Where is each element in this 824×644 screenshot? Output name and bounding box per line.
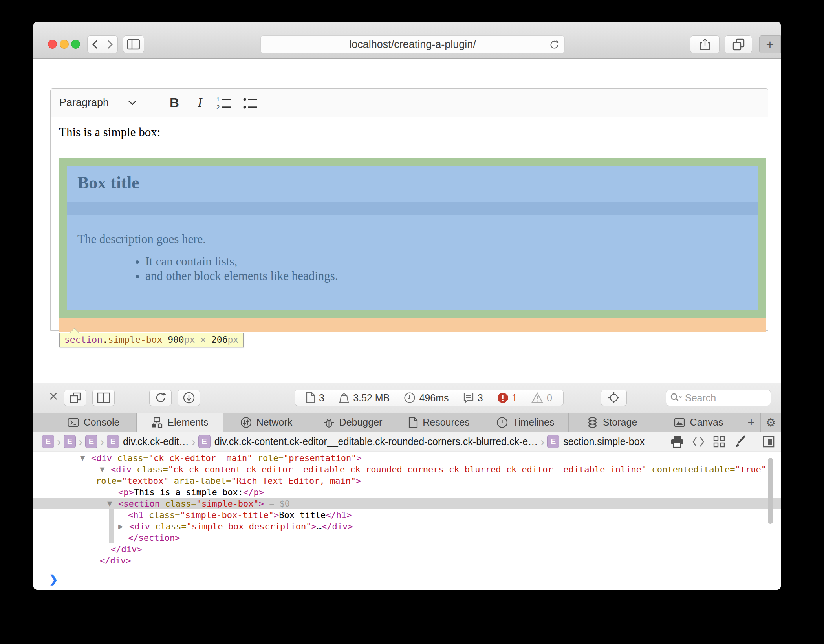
tab-console[interactable]: Console (50, 413, 136, 432)
simple-box-description-area[interactable]: The description goes here. It can contai… (67, 215, 758, 310)
close-inspector-button[interactable] (48, 390, 59, 402)
disclosure-open-icon[interactable]: ▼ (107, 498, 112, 509)
numbered-list-button[interactable]: 1 2 (216, 89, 232, 117)
split-view-button[interactable] (92, 390, 115, 406)
tab-canvas[interactable]: Canvas (655, 413, 741, 432)
quick-console[interactable]: ❯ (33, 569, 781, 590)
bulleted-list-button[interactable] (242, 89, 258, 117)
toggle-details-sidebar-button[interactable] (762, 435, 775, 448)
sidebar-panel-icon (762, 435, 775, 448)
reload-button[interactable] (149, 390, 172, 406)
element-picker-button[interactable] (601, 390, 627, 406)
box-list: It can contain lists, and other block el… (134, 254, 338, 283)
dock-side-button[interactable] (64, 390, 86, 406)
console-icon (67, 417, 79, 428)
breadcrumb-separator-icon: › (192, 435, 196, 448)
titlebar: localhost/creating-a-plugin/ + (33, 22, 781, 59)
scrollbar[interactable] (768, 458, 773, 524)
inspector-tab-bar: ConsoleElementsNetworkDebuggerResourcesT… (33, 413, 781, 432)
resource-count-badge[interactable]: 3 (306, 392, 324, 404)
tab-storage[interactable]: Storage (568, 413, 655, 432)
dom-tree-line[interactable]: ▶<div class="simple-box-description">…</… (33, 521, 781, 532)
dom-tree-line[interactable]: <p>This is a simple box:</p> (33, 487, 781, 498)
layout-grid-button[interactable] (713, 435, 725, 448)
tab-label: Timelines (513, 417, 554, 428)
breadcrumb-item[interactable]: E (42, 435, 54, 448)
paragraph-dropdown[interactable]: Paragraph (59, 89, 109, 117)
disclosure-open-icon[interactable]: ▼ (100, 464, 104, 475)
plus-icon: + (766, 38, 774, 51)
url-text: localhost/creating-a-plugin/ (349, 38, 476, 51)
tab-elements[interactable]: Elements (136, 413, 223, 432)
paragraph-dropdown-chevron[interactable] (128, 89, 137, 117)
grid-icon (713, 435, 725, 448)
breadcrumb-item[interactable]: Ediv.ck.ck-content.ck-editor__editable.c… (198, 435, 538, 448)
disclosure-closed-icon[interactable]: ▶ (118, 521, 123, 532)
load-time-badge[interactable]: 496ms (404, 392, 449, 404)
editor-paragraph[interactable]: This is a simple box: (59, 125, 160, 139)
inspector-settings-button[interactable]: ⚙ (760, 413, 781, 432)
dom-tree-line[interactable]: ▼<section class="simple-box"> = $0 (33, 498, 781, 509)
inspector-toolbar: 3 3.52 MB 496ms (33, 383, 781, 413)
minimize-button[interactable] (60, 40, 69, 49)
tab-resources[interactable]: Resources (396, 413, 482, 432)
list-item: It can contain lists, (145, 254, 338, 269)
error-count-badge[interactable]: 1 (497, 392, 517, 404)
print-styles-button[interactable] (670, 435, 684, 448)
zoom-button[interactable] (71, 40, 80, 49)
download-button[interactable] (178, 390, 200, 406)
address-bar[interactable]: localhost/creating-a-plugin/ (260, 35, 565, 53)
sidebar-toggle-button[interactable] (123, 35, 144, 53)
load-time: 496ms (419, 392, 449, 404)
breadcrumb-item[interactable]: Esection.simple-box (547, 435, 645, 448)
disclosure-open-icon[interactable]: ▼ (80, 452, 85, 464)
element-badge-icon: E (107, 435, 119, 448)
tab-label: Resources (423, 417, 470, 428)
breadcrumb-separator-icon: › (540, 435, 544, 448)
editor-toolbar: Paragraph B I 1 2 (51, 89, 768, 117)
dom-tree-line[interactable]: </div> (33, 555, 781, 566)
dom-tree-line[interactable]: role="textbox" aria-label="Rich Text Edi… (33, 475, 781, 487)
dom-tree-line[interactable]: </div> (33, 566, 781, 569)
tab-overview-button[interactable] (725, 35, 752, 53)
show-source-button[interactable] (692, 435, 705, 448)
console-prompt-icon[interactable]: ❯ (49, 573, 58, 586)
italic-button[interactable]: I (191, 89, 209, 117)
dom-tree-line[interactable]: </div> (33, 543, 781, 555)
styles-paint-button[interactable] (733, 435, 746, 448)
breadcrumb-separator-icon: › (57, 435, 61, 448)
reload-page-button[interactable] (549, 39, 560, 50)
breadcrumb-item[interactable]: Ediv.ck.ck-edit… (107, 435, 189, 448)
transfer-size-badge[interactable]: 3.52 MB (339, 392, 390, 404)
dom-tree-line[interactable]: <h1 class="simple-box-title">Box title</… (33, 509, 781, 521)
back-button[interactable] (87, 35, 103, 53)
bold-button[interactable]: B (166, 89, 183, 117)
bulleted-list-icon (242, 95, 258, 111)
dom-tree-line[interactable]: ▼<div class="ck ck-content ck-editor__ed… (33, 464, 781, 475)
forward-button[interactable] (103, 35, 118, 53)
log-count-badge[interactable]: 3 (463, 392, 483, 404)
share-button[interactable] (690, 35, 720, 53)
breadcrumb-item[interactable]: E (64, 435, 76, 448)
add-tab-button[interactable]: + (742, 413, 760, 432)
search-input[interactable] (684, 392, 753, 404)
tab-debugger[interactable]: Debugger (309, 413, 396, 432)
italic-icon: I (198, 95, 202, 110)
tab-timelines[interactable]: Timelines (482, 413, 568, 432)
simple-box-section-highlight[interactable]: Box title The description goes here. It … (59, 158, 766, 318)
network-icon (240, 417, 252, 428)
tab-network[interactable]: Network (223, 413, 309, 432)
element-badge-icon: E (64, 435, 76, 448)
close-button[interactable] (48, 40, 57, 49)
inspector-search[interactable] (666, 390, 771, 406)
code-brackets-icon (692, 435, 705, 448)
breadcrumb-separator-icon: › (100, 435, 104, 448)
dom-tree-line[interactable]: </section> (33, 532, 781, 543)
new-tab-button[interactable]: + (759, 35, 781, 53)
warning-count-badge[interactable]: 0 (531, 392, 552, 404)
breadcrumb-item[interactable]: E (85, 435, 97, 448)
dom-tree-line[interactable]: ▼<div class="ck ck-editor__main" role="p… (33, 452, 781, 464)
transfer-size: 3.52 MB (353, 392, 390, 404)
tooltip-tag: section (64, 335, 103, 345)
simple-box-title-area[interactable]: Box title (67, 166, 758, 202)
